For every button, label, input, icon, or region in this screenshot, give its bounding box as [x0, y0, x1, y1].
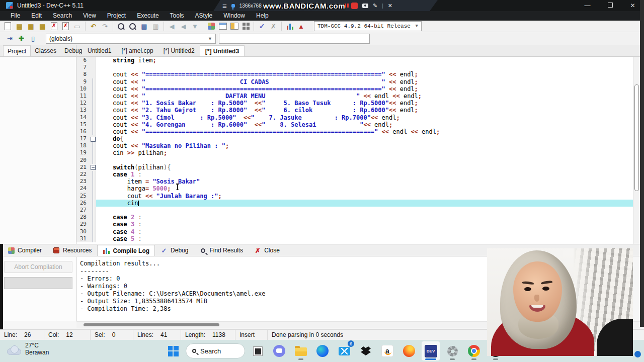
code-line[interactable]: 22 case 1 : [76, 171, 640, 178]
code-line[interactable]: 23 item = "Sosis Bakar" [76, 178, 640, 185]
code-line[interactable]: 11 cout << " DAFTAR MENU " << endl << en… [76, 93, 640, 100]
window-layout-icon[interactable] [229, 21, 239, 31]
code-line[interactable]: 17 do{ [76, 135, 640, 142]
abort-icon[interactable]: ▼ [190, 21, 200, 31]
bandicam-camera-icon[interactable] [362, 4, 368, 8]
code-line[interactable]: 18 cout << "Masukan no Pilihan : "; [76, 142, 640, 149]
bottom-tab-compile-log[interactable]: Compile Log [97, 245, 155, 256]
dropbox-button[interactable] [357, 341, 375, 360]
amazon-button[interactable]: a [378, 341, 396, 360]
bottom-tab-find-results[interactable]: Find Results [194, 245, 249, 256]
project-panel[interactable] [0, 57, 76, 244]
compile-icon[interactable]: ✓ [257, 21, 267, 31]
code-line[interactable]: 28 case 2 : [76, 214, 640, 221]
code-editor[interactable]: 6 string item;78 cout << "==============… [76, 57, 640, 244]
bottom-tab-resources[interactable]: Resources [47, 245, 97, 256]
menu-project[interactable]: Project [102, 11, 131, 21]
globals-select[interactable]: (globals) ▼ [46, 34, 216, 44]
code-line[interactable]: 30 case 4 : [76, 228, 640, 235]
settings-button[interactable] [443, 341, 461, 360]
members-select[interactable] [219, 34, 370, 44]
menu-file[interactable]: File [5, 11, 26, 21]
code-line[interactable]: 13 cout << "2. Tahu Gejrot : Rp.8000" <<… [76, 107, 640, 114]
bandicam-menu-icon[interactable]: ≡ [222, 2, 227, 10]
start-button[interactable] [164, 341, 182, 360]
minimize-button[interactable]: — [576, 0, 599, 11]
run-icon[interactable] [284, 21, 295, 31]
editor-tab[interactable]: [*] Untitled3 [200, 45, 245, 56]
notification-badge[interactable] [634, 351, 641, 357]
goto-declaration-icon[interactable]: ⇥ [5, 34, 15, 44]
bandicam-pencil-icon[interactable]: ✎ [373, 3, 377, 9]
redo-icon[interactable]: ↷ [100, 21, 110, 31]
bandicam-pin-icon[interactable] [231, 4, 235, 8]
find-icon[interactable] [116, 21, 126, 31]
menu-help[interactable]: Help [251, 11, 274, 21]
print-icon[interactable]: ▭ [72, 21, 83, 31]
new-project-icon[interactable] [206, 21, 216, 31]
file-explorer-button[interactable] [292, 341, 310, 360]
toggle-bookmark-icon[interactable]: ▯ [28, 34, 38, 44]
code-line[interactable]: 9 cout << " CI CADAS " << endl; [76, 78, 640, 85]
bandicam-pause-icon[interactable] [345, 4, 349, 8]
code-line[interactable]: 27 [76, 207, 640, 214]
replace-icon[interactable]: ▥ [150, 21, 161, 31]
edge-button[interactable] [313, 341, 332, 360]
weather-widget[interactable]: 27°C Berawan [7, 342, 49, 356]
fold-marker-icon[interactable] [90, 135, 96, 142]
code-line[interactable]: 14 cout << "3. Cimol : Rp.5000" <<" 7. J… [76, 114, 640, 121]
scrollbar-thumb[interactable] [634, 84, 639, 191]
close-file-icon[interactable] [49, 21, 59, 31]
code-line[interactable]: 29 case 3 : [76, 221, 640, 228]
code-line[interactable]: 12 cout << "1. Sosis Bakar : Rp.5000" <<… [76, 100, 640, 107]
code-line[interactable]: 21 switch(pilihan){ [76, 164, 640, 171]
save-icon[interactable]: ▦ [26, 21, 36, 31]
code-line[interactable]: 15 cout << "4. Gorengan : Rp.6000" <<" 8… [76, 121, 640, 128]
profile-icon[interactable]: ▲ [296, 21, 306, 31]
editor-tab[interactable]: [*] Untitled2 [158, 45, 200, 56]
chrome-button[interactable] [465, 341, 483, 360]
open-file-icon[interactable]: ▤ [14, 21, 25, 31]
back-icon[interactable]: ◀ [167, 21, 177, 31]
tab-project[interactable]: Project [3, 45, 31, 56]
menu-astyle[interactable]: AStyle [190, 11, 218, 21]
code-line[interactable]: 20 [76, 157, 640, 164]
code-line[interactable]: 19 cin >> pilihan; [76, 149, 640, 156]
code-line[interactable]: 31 case 5 : [76, 235, 640, 242]
rebuild-icon[interactable]: ✗ [268, 21, 279, 31]
new-window-icon[interactable] [217, 21, 228, 31]
bottom-tab-debug[interactable]: ✓Debug [155, 245, 194, 256]
task-view-button[interactable] [249, 341, 267, 360]
editor-tab[interactable]: [*] amel.cpp [116, 45, 158, 56]
mail-button[interactable]: 6 [335, 341, 353, 360]
tile-windows-icon[interactable] [240, 21, 251, 31]
devcpp-taskbar-button[interactable]: DEV [422, 341, 440, 360]
code-line[interactable]: 26 cin [76, 200, 633, 207]
code-line[interactable]: 7 [76, 64, 640, 71]
code-line[interactable]: 25 cout << "Jumlah Barang :"; [76, 193, 640, 200]
code-line[interactable]: 24 harga= 5000; [76, 185, 640, 192]
editor-vertical-scrollbar[interactable] [633, 57, 640, 244]
code-line[interactable]: 8 cout << "=============================… [76, 71, 640, 78]
firefox-button[interactable] [400, 341, 418, 360]
maximize-button[interactable] [599, 0, 621, 11]
close-all-icon[interactable] [60, 21, 71, 31]
editor-tab[interactable]: Untitled1 [83, 45, 116, 56]
find-next-icon[interactable] [127, 21, 138, 31]
menu-search[interactable]: Search [47, 11, 77, 21]
menu-window[interactable]: Window [218, 11, 251, 21]
new-file-icon[interactable] [3, 21, 13, 31]
menu-edit[interactable]: Edit [26, 11, 47, 21]
abort-compilation-button[interactable]: Abort Compilation [4, 261, 72, 273]
menu-execute[interactable]: Execute [131, 11, 164, 21]
save-all-icon[interactable]: ▦ [37, 21, 48, 31]
taskbar-search[interactable]: Search [186, 343, 245, 358]
menu-tools[interactable]: Tools [165, 11, 190, 21]
code-line[interactable]: 16 cout << "============================… [76, 128, 640, 135]
compiler-select[interactable]: TDM-GCC 4.9.2 64-bit Release ▼ [314, 21, 422, 31]
teams-chat-button[interactable] [270, 341, 288, 360]
tab-classes[interactable]: Classes [31, 45, 60, 56]
code-line[interactable]: 6 string item; [76, 57, 640, 64]
goto-line-icon[interactable]: ▤ [139, 21, 149, 31]
bandicam-close-icon[interactable]: ✕ [388, 3, 392, 9]
